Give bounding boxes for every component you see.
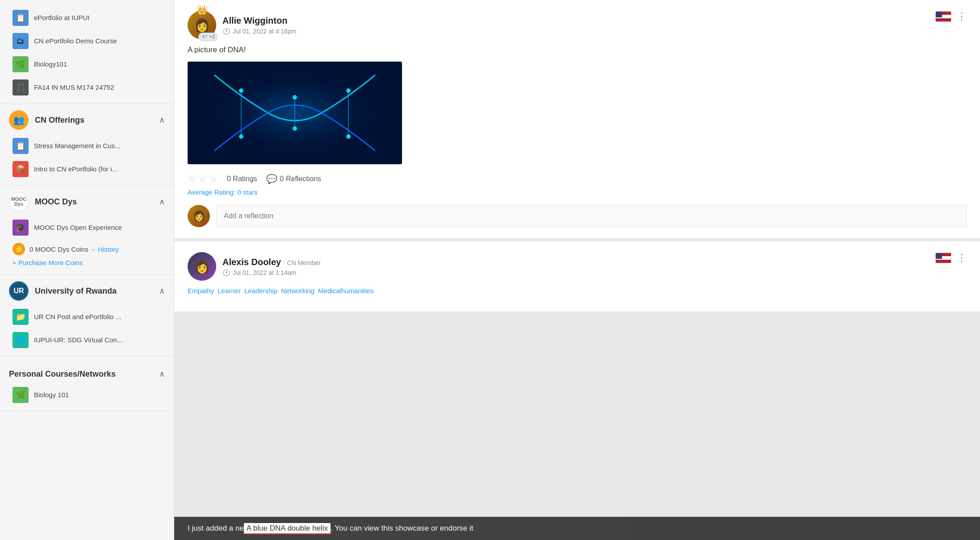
sidebar-item-cn-eportfolio-demo[interactable]: 🗂 CN ePortfolio Demo Course [0,29,174,53]
cn-offerings-title: CN Offerings [35,116,84,125]
personal-courses-title: Personal Courses/Networks [9,370,116,379]
sidebar-item-label: FA14 IN MUS M174 24752 [34,83,114,92]
item-thumb-icon: 📋 [13,10,29,26]
clock-icon-alexis: 🕐 [222,269,230,276]
sidebar-item-label: Intro to CN ePortfolio (for i... [34,165,117,174]
post-header-right-allie: ⋮ [935,11,967,22]
item-thumb-icon: 🎓 [13,220,29,236]
coins-text: 0 MOOC Dys Coins - History [29,245,119,253]
reflections-count: 💬 0 Reflections [266,174,322,184]
star-2[interactable]: ☆ [198,173,207,185]
avg-rating: Average Rating: 0 stars [188,188,967,196]
sidebar-item-intro-cn[interactable]: 📦 Intro to CN ePortfolio (for i... [0,158,174,181]
cn-offerings-chevron-icon: ∧ [159,115,165,125]
reflection-input[interactable] [216,205,967,227]
avatar-alexis: 👩 [188,252,216,281]
sidebar-item-iupui-ur[interactable]: 🌐 IUPUI-UR: SDG Virtual Con... [0,328,174,352]
post-author-name-allie: Allie Wigginton [222,16,296,26]
university-of-rwanda-header[interactable]: UR University of Rwanda ∧ [0,281,174,305]
ratings-count: 0 Ratings [227,175,257,183]
post-timestamp-allie: 🕐 Jul 01, 2022 at 4:16pm [222,28,296,35]
crown-icon: 👑 [197,4,208,15]
purchase-more-coins-link[interactable]: + Purchase More Coins [0,257,174,270]
post-author-info-allie: Allie Wigginton 🕐 Jul 01, 2022 at 4:16pm [222,16,296,35]
dna-svg [188,62,402,164]
cn-offerings-icon: 👥 [9,110,29,130]
post-header-left-alexis: 👩 Alexis Dooley · CN Member 🕐 Jul 01, 20… [188,252,321,281]
sidebar-item-label: ePortfolio at IUPUI [34,13,89,22]
sidebar: 📋 ePortfolio at IUPUI 🗂 CN ePortfolio De… [0,0,174,540]
top-items-section: 📋 ePortfolio at IUPUI 🗂 CN ePortfolio De… [0,0,174,104]
item-thumb-icon: 🌐 [13,332,29,348]
us-flag-icon-allie [935,11,951,22]
post-header-alexis: 👩 Alexis Dooley · CN Member 🕐 Jul 01, 20… [188,252,967,281]
sidebar-item-mooc-open[interactable]: 🎓 MOOC Dys Open Experience [0,216,174,239]
post-header-right-alexis: ⋮ [935,252,967,264]
avg-rating-value: 0 stars [237,188,257,196]
star-3[interactable]: ☆ [209,173,218,185]
more-options-icon-alexis[interactable]: ⋮ [957,252,967,264]
tag-networking[interactable]: Networking [281,287,314,295]
sidebar-item-label: MOOC Dys Open Experience [34,223,122,232]
sidebar-item-eportfolio-iupui[interactable]: 📋 ePortfolio at IUPUI [0,6,174,29]
item-thumb-icon: 🗂 [13,33,29,49]
main-content: 👑 👩 💎 ×3 Allie Wigginton 🕐 Jul 01, 2022 … [174,0,980,540]
avatar-badge-allie: 💎 ×3 [198,33,218,41]
post-header-left-allie: 👑 👩 💎 ×3 Allie Wigginton 🕐 Jul 01, 2022 … [188,11,296,39]
ur-chevron-icon: ∧ [159,286,165,296]
toast-pre-text: I just added a neA blue DNA double helix… [188,524,473,533]
personal-courses-chevron-icon: ∧ [159,369,165,379]
mooc-dys-icon: MOOCDys [9,192,29,212]
item-thumb-icon: 📦 [13,161,29,177]
cn-offerings-header-left: 👥 CN Offerings [9,110,84,130]
clock-icon: 🕐 [222,28,230,35]
post-timestamp-alexis: 🕐 Jul 01, 2022 at 1:14am [222,269,321,276]
tag-medicalhumanities[interactable]: Medicalhumanities [318,287,373,295]
tag-learner[interactable]: Learner [218,287,241,295]
sidebar-item-label: Biology101 [34,60,67,69]
personal-courses-header[interactable]: Personal Courses/Networks ∧ [0,363,174,383]
dna-image [188,62,402,164]
tag-empathy[interactable]: Empathy [188,287,214,295]
reflection-avatar: 👩 [188,205,210,227]
post-header-allie: 👑 👩 💎 ×3 Allie Wigginton 🕐 Jul 01, 2022 … [188,11,967,39]
ur-header-left: UR University of Rwanda [9,281,117,301]
coins-history-link[interactable]: History [98,245,119,253]
sidebar-item-label: IUPUI-UR: SDG Virtual Con... [34,336,122,345]
sidebar-item-biology101-personal[interactable]: 🌿 Biology 101 [0,383,174,407]
item-thumb-icon: 🌿 [13,56,29,72]
cn-offerings-header[interactable]: 👥 CN Offerings ∧ [0,110,174,134]
rating-row: ☆ ☆ ☆ 0 Ratings 💬 0 Reflections [188,173,967,185]
sidebar-item-ur-cn-post[interactable]: 📁 UR CN Post and ePortfolio ... [0,305,174,328]
sidebar-item-label: Stress Management in Cus... [34,141,120,150]
post-author-name-alexis: Alexis Dooley · CN Member [222,257,321,267]
coin-icon: ⭐ [13,243,25,255]
post-tags-alexis: Empathy Learner Leadership Networking Me… [188,287,967,295]
post-alexis: 👩 Alexis Dooley · CN Member 🕐 Jul 01, 20… [174,241,980,315]
sidebar-item-label: CN ePortfolio Demo Course [34,37,117,46]
stars-group[interactable]: ☆ ☆ ☆ [188,173,218,185]
mooc-dys-section: MOOCDys MOOC Dys ∧ 🎓 MOOC Dys Open Exper… [0,186,174,275]
sidebar-item-stress-management[interactable]: 📋 Stress Management in Cus... [0,134,174,158]
ur-title: University of Rwanda [35,287,117,296]
star-1[interactable]: ☆ [188,173,197,185]
chat-icon: 💬 [266,174,277,184]
mooc-dys-chevron-icon: ∧ [159,197,165,207]
tag-leadership[interactable]: Leadership [244,287,277,295]
sidebar-item-biology101[interactable]: 🌿 Biology101 [0,53,174,76]
bottom-toast: I just added a neA blue DNA double helix… [174,517,980,540]
mooc-dys-header-left: MOOCDys MOOC Dys [9,192,77,212]
item-thumb-icon: 📁 [13,309,29,325]
mooc-dys-header[interactable]: MOOCDys MOOC Dys ∧ [0,192,174,216]
university-of-rwanda-section: UR University of Rwanda ∧ 📁 UR CN Post a… [0,275,174,357]
ur-icon: UR [9,281,29,301]
svg-point-8 [239,134,243,139]
avatar-allie: 👑 👩 💎 ×3 [188,11,216,39]
svg-point-11 [346,88,351,93]
sidebar-item-fa14[interactable]: 🎵 FA14 IN MUS M174 24752 [0,76,174,99]
sidebar-item-label: UR CN Post and ePortfolio ... [34,312,121,321]
role-badge-alexis: · CN Member [284,259,321,266]
toast-highlight: A blue DNA double helix [244,523,331,534]
more-options-icon-allie[interactable]: ⋮ [957,11,967,22]
us-flag-icon-alexis [935,253,951,263]
